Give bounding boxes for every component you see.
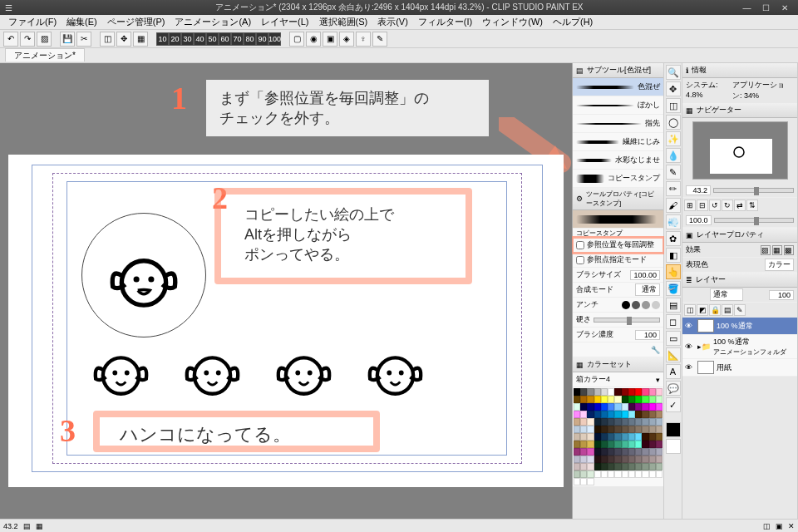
color-swatch[interactable] <box>580 470 587 478</box>
clear-icon[interactable]: ▨ <box>37 32 52 47</box>
select-icon[interactable]: ◫ <box>100 32 115 47</box>
maximize-button[interactable]: ☐ <box>757 3 774 12</box>
color-swatch[interactable] <box>594 403 601 411</box>
effect-icon[interactable]: ▨ <box>761 245 771 255</box>
color-swatch[interactable] <box>622 470 628 478</box>
color-swatch[interactable] <box>601 456 608 463</box>
zoom-40[interactable]: 40 <box>194 32 206 46</box>
eye-icon[interactable]: 👁 <box>685 363 695 372</box>
menu-edit[interactable]: 編集(E) <box>62 16 102 28</box>
color-swatch[interactable] <box>587 456 594 463</box>
zoom-30[interactable]: 30 <box>181 32 194 46</box>
color-swatch[interactable] <box>635 456 642 463</box>
menu-window[interactable]: ウィンドウ(W) <box>477 16 548 28</box>
subtool-item[interactable]: 指先 <box>573 115 663 133</box>
color-swatch[interactable] <box>642 411 648 418</box>
color-swatch[interactable] <box>635 448 642 456</box>
nav-angle-row[interactable]: 100.0 <box>682 213 797 228</box>
color-swatch[interactable] <box>622 388 628 396</box>
color-swatch[interactable] <box>574 441 580 448</box>
nav-btn-icon[interactable]: ⇄ <box>734 200 746 211</box>
color-swatch[interactable] <box>628 396 635 403</box>
color-swatch[interactable] <box>649 463 656 470</box>
tool-d-icon[interactable]: ◈ <box>339 32 354 47</box>
color-swatch[interactable] <box>614 396 621 403</box>
aa-option-icon[interactable] <box>642 301 650 309</box>
color-swatch[interactable] <box>642 448 648 456</box>
color-swatch[interactable] <box>628 411 635 418</box>
color-swatch[interactable] <box>628 441 635 448</box>
layerprop-panel-header[interactable]: ▣ レイヤープロパティ <box>682 228 797 243</box>
brush-size-row[interactable]: ブラシサイズ 100.00 <box>573 268 663 283</box>
color-swatch[interactable] <box>580 433 587 441</box>
menu-view[interactable]: 表示(V) <box>372 16 413 28</box>
color-swatch[interactable] <box>656 426 663 433</box>
color-swatch[interactable] <box>635 396 642 403</box>
color-swatch[interactable] <box>594 426 601 433</box>
status-icon[interactable]: ▣ <box>776 522 783 530</box>
color-swatch[interactable] <box>642 388 648 396</box>
close-button[interactable]: ✕ <box>776 3 793 12</box>
effect-icon[interactable]: ▩ <box>784 245 794 255</box>
frame-icon[interactable]: ▭ <box>666 331 681 346</box>
balloon-icon[interactable]: 💬 <box>666 381 681 396</box>
color-swatch[interactable] <box>587 396 594 403</box>
color-swatch[interactable] <box>628 433 635 441</box>
color-swatch[interactable] <box>608 418 614 426</box>
move-tool-icon[interactable]: ✥ <box>666 81 681 96</box>
color-swatch[interactable] <box>614 448 621 456</box>
color-swatch[interactable] <box>649 396 656 403</box>
toolprop-panel-header[interactable]: ⚙ ツールプロパティ[コピースタンプ] <box>573 188 663 210</box>
angle-slider[interactable] <box>714 218 794 223</box>
color-swatch[interactable] <box>614 403 621 411</box>
color-swatch[interactable] <box>642 441 648 448</box>
color-swatch[interactable] <box>608 470 614 478</box>
status-icon[interactable]: ◫ <box>763 522 771 530</box>
color-swatch[interactable] <box>601 388 608 396</box>
blend-tool-icon[interactable]: 👆 <box>666 264 681 279</box>
color-swatch[interactable] <box>649 470 656 478</box>
color-swatch[interactable] <box>608 411 614 418</box>
color-swatch[interactable] <box>622 441 628 448</box>
status-icon[interactable]: ▦ <box>36 522 43 530</box>
layer-btn-icon[interactable]: 🔒 <box>709 304 721 316</box>
layer-row[interactable]: 👁用紙 <box>682 359 797 377</box>
color-swatch[interactable] <box>608 403 614 411</box>
option-adjust-each-time[interactable]: 参照位置を毎回調整 <box>573 238 663 253</box>
color-swatch[interactable] <box>628 426 635 433</box>
color-swatch[interactable] <box>649 456 656 463</box>
color-swatch[interactable] <box>656 463 663 470</box>
ref-point-checkbox[interactable] <box>576 256 584 264</box>
color-swatch[interactable] <box>642 426 648 433</box>
color-swatch[interactable] <box>614 470 621 478</box>
color-swatch[interactable] <box>649 441 656 448</box>
color-swatch[interactable] <box>635 418 642 426</box>
color-swatch[interactable] <box>614 426 621 433</box>
color-swatch[interactable] <box>608 448 614 456</box>
tool-c-icon[interactable]: ▣ <box>323 32 337 47</box>
color-swatch[interactable] <box>580 448 587 456</box>
color-swatch[interactable] <box>574 470 580 478</box>
zoom-10[interactable]: 10 <box>156 32 169 46</box>
color-swatch[interactable] <box>649 418 656 426</box>
info-panel-header[interactable]: ℹ 情報 <box>682 63 797 78</box>
layer-btn-icon[interactable]: ▤ <box>722 304 733 316</box>
eraser-icon[interactable]: ◧ <box>666 248 681 263</box>
tool-e-icon[interactable]: ♀ <box>356 32 371 47</box>
color-swatch[interactable] <box>628 463 635 470</box>
ruler-icon[interactable]: 📐 <box>666 347 681 362</box>
nav-zoom-row[interactable]: 43.2 <box>682 183 797 198</box>
color-swatch[interactable] <box>628 448 635 456</box>
color-swatch[interactable] <box>656 396 663 403</box>
blend-mode-row[interactable]: 合成モード 通常 <box>573 283 663 298</box>
zoom-70[interactable]: 70 <box>231 32 244 46</box>
zoom-60[interactable]: 60 <box>219 32 231 46</box>
navigator-preview[interactable] <box>692 121 788 180</box>
color-swatch[interactable] <box>601 411 608 418</box>
color-swatch[interactable] <box>594 411 601 418</box>
color-swatch[interactable] <box>642 403 648 411</box>
color-swatch[interactable] <box>642 463 648 470</box>
color-swatch[interactable] <box>628 388 635 396</box>
color-swatch[interactable] <box>635 403 642 411</box>
color-swatch[interactable] <box>601 426 608 433</box>
